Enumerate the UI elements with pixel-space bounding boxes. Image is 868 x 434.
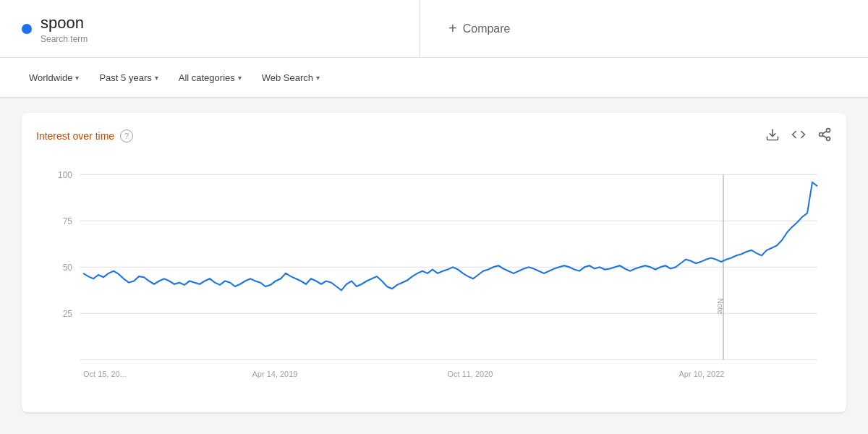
- svg-point-2: [820, 133, 823, 137]
- note-label: Note: [716, 298, 724, 315]
- share-icon[interactable]: [817, 127, 832, 145]
- chart-container: 100 75 50 25 Note Oct 15, 20... Apr 14, …: [36, 159, 832, 391]
- search-term-color-dot: [22, 24, 32, 34]
- time-chevron-icon: ▾: [155, 74, 158, 82]
- search-term-label: Search term: [41, 34, 88, 44]
- compare-label: Compare: [463, 22, 511, 35]
- y-label-25: 25: [63, 308, 72, 318]
- y-label-50: 50: [63, 262, 72, 272]
- compare-plus-icon: +: [448, 20, 457, 37]
- chart-title: Interest over time: [36, 130, 114, 142]
- svg-line-5: [822, 131, 827, 133]
- x-label-1: Oct 15, 20...: [83, 369, 127, 378]
- region-filter-label: Worldwide: [29, 72, 72, 83]
- category-filter-btn[interactable]: All categories ▾: [171, 68, 249, 88]
- help-icon[interactable]: ?: [120, 129, 133, 142]
- y-label-75: 75: [63, 216, 72, 226]
- interest-over-time-card: Interest over time ?: [22, 113, 846, 412]
- search-term-name: spoon: [41, 14, 88, 33]
- x-label-2: Apr 14, 2019: [252, 369, 298, 378]
- category-filter-label: All categories: [179, 72, 235, 83]
- search-type-filter-label: Web Search: [262, 72, 313, 83]
- compare-area[interactable]: + Compare: [420, 0, 540, 57]
- search-type-filter-btn[interactable]: Web Search ▾: [255, 68, 327, 88]
- region-chevron-icon: ▾: [75, 74, 79, 82]
- x-label-3: Oct 11, 2020: [448, 369, 493, 378]
- svg-line-4: [822, 135, 827, 137]
- term-info: spoon Search term: [41, 14, 88, 44]
- download-icon[interactable]: [765, 127, 780, 145]
- header-bar: spoon Search term + Compare: [0, 0, 868, 58]
- code-icon[interactable]: [791, 127, 806, 145]
- search-term-area: spoon Search term: [0, 0, 420, 57]
- svg-point-3: [827, 137, 830, 140]
- filter-bar: Worldwide ▾ Past 5 years ▾ All categorie…: [0, 58, 868, 98]
- chart-title-area: Interest over time ?: [36, 129, 133, 142]
- x-label-4: Apr 10, 2022: [679, 369, 725, 378]
- svg-point-1: [827, 129, 830, 132]
- chart-actions: [765, 127, 832, 145]
- chart-header: Interest over time ?: [36, 127, 832, 145]
- y-label-100: 100: [58, 169, 72, 179]
- category-chevron-icon: ▾: [238, 74, 242, 82]
- region-filter-btn[interactable]: Worldwide ▾: [22, 68, 86, 88]
- time-period-filter-label: Past 5 years: [99, 72, 151, 83]
- chart-svg: 100 75 50 25 Note Oct 15, 20... Apr 14, …: [36, 159, 832, 391]
- time-period-filter-btn[interactable]: Past 5 years ▾: [92, 68, 165, 88]
- search-type-chevron-icon: ▾: [316, 74, 320, 82]
- main-content: Interest over time ?: [0, 98, 868, 427]
- trend-line: [83, 182, 817, 290]
